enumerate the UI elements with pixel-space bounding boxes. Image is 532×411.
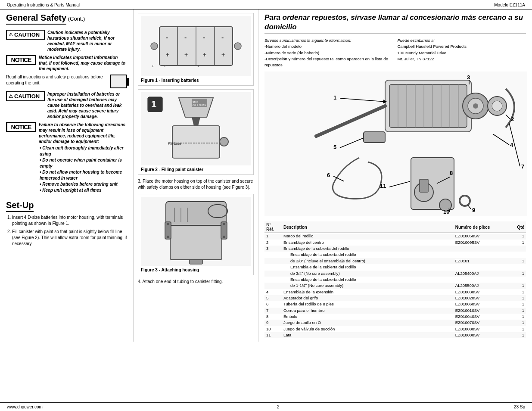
svg-text:+: +	[184, 51, 188, 58]
notice2-text: Failure to observe the following directi…	[39, 122, 127, 144]
setup-step-1: Insert 4 D-size batteries into motor hou…	[12, 215, 127, 227]
table-row: de 1-1/4" (No core assembly)AL205500AJ1	[264, 283, 526, 289]
notice1-text: Notice indicates important information t…	[39, 55, 127, 72]
figure1-svg: - - - - + + + + + + +	[146, 18, 246, 74]
part-num	[264, 264, 282, 270]
info-item-2: -Descripción y número del repuesto tal c…	[264, 56, 388, 67]
part-desc: Ensamblaje de la cubierta del rodillo	[282, 252, 454, 258]
svg-rect-58	[364, 132, 385, 143]
notice-bullet-list: Clean unit thoroughly immediately after …	[39, 145, 127, 193]
bullet-item: Keep unit upright at all times	[40, 187, 127, 193]
figure2-caption: Figure 2 - Filling paint canister	[141, 167, 251, 172]
part-qty	[509, 252, 526, 258]
part-number: EZ010050SV	[454, 233, 509, 240]
bullet-item: Do not operate when paint container is e…	[40, 157, 127, 169]
figure1-caption: Figure 1 - Inserting batteries	[141, 78, 251, 83]
right-column: Para ordenar repuestos, sírvase llamar a…	[258, 9, 532, 342]
footer-left: www.chpower.com	[7, 405, 43, 409]
caution1-label: ⚠ CAUTION	[6, 30, 45, 40]
part-number: EZ010095SV	[454, 240, 509, 246]
part-number	[454, 252, 509, 258]
part-num: 8	[264, 314, 282, 320]
parts-table: N°Réf. Description Numéro de pièce Qté 1…	[264, 221, 526, 338]
svg-text:3: 3	[467, 74, 470, 81]
table-row: 7Correa para el hombroEZ010010SV1	[264, 308, 526, 314]
part-desc: Juego de válvula de succión	[282, 326, 454, 332]
part-num: 7	[264, 308, 282, 314]
parts-table-body: 1Marco del rodilloEZ010050SV12Ensamblaje…	[264, 233, 526, 338]
svg-text:1: 1	[151, 99, 156, 109]
part-number: EZ010040SV	[454, 314, 509, 320]
svg-text:Fill Line: Fill Line	[168, 141, 181, 146]
battery-icon	[110, 75, 127, 88]
svg-text:USE & CLEAN: USE & CLEAN	[192, 104, 206, 106]
part-number	[454, 246, 509, 252]
svg-point-13	[234, 43, 241, 50]
table-row: 5Adaptador del grifoEZ010020SV1	[264, 295, 526, 301]
part-number: EZ010020SV	[454, 295, 509, 301]
part-qty: 1	[509, 258, 526, 264]
table-row: 9Juego de anillo en OEZ010070SV1	[264, 320, 526, 326]
svg-text:1: 1	[333, 94, 336, 101]
page-header: Operating Instructions & Parts Manual Mo…	[0, 0, 532, 9]
part-desc: Juego de anillo en O	[282, 320, 454, 326]
table-row: 1Marco del rodilloEZ010050SV1	[264, 233, 526, 240]
figure1-image: - - - - + + + + + + +	[141, 16, 251, 76]
notice2-box: NOTICE Failure to observe the following …	[6, 122, 127, 193]
svg-rect-61	[420, 179, 428, 192]
caution2-triangle-icon: ⚠	[9, 93, 13, 99]
part-desc: Ensamblaje de la cubierta del rodillo	[282, 246, 454, 252]
svg-text:2: 2	[511, 116, 514, 122]
part-number: EZ010000SV	[454, 332, 509, 338]
info-left-label: Sírvase suministrarnos la siguiente info…	[264, 38, 352, 43]
svg-point-12	[151, 43, 158, 50]
figure3-image	[141, 197, 251, 266]
svg-text:-: -	[184, 34, 187, 41]
caution-triangle-icon: ⚠	[9, 32, 13, 37]
footer-right: 23 Sp	[514, 405, 525, 409]
parts-diagram-svg: 1 2 3 4 5 6 7	[264, 72, 527, 216]
part-desc: Marco del rodillo	[282, 233, 454, 240]
part-num: 9	[264, 320, 282, 326]
svg-rect-43	[389, 84, 467, 128]
part-qty: 1	[509, 320, 526, 326]
part-number: EZ0101	[454, 258, 509, 264]
svg-text:-: -	[166, 34, 168, 41]
part-num	[264, 283, 282, 289]
part-num: 11	[264, 332, 282, 338]
part-qty: 1	[509, 271, 526, 277]
part-num	[264, 258, 282, 264]
part-number	[454, 264, 509, 270]
read-block: Read all instructions and safety precaut…	[6, 74, 127, 89]
middle-column: - - - - + + + + + + + F	[134, 9, 258, 342]
step3-text: 3. Place the motor housing on top of the…	[138, 178, 254, 190]
section1-title: General Safety	[6, 13, 66, 25]
svg-text:+: +	[197, 64, 199, 68]
table-row: 4Ensamblaje de la extensiónEZ010030SV1	[264, 289, 526, 295]
part-desc: Ensamblaje de la cubierta del rodillo	[282, 277, 454, 283]
part-qty: 1	[509, 233, 526, 240]
svg-text:11: 11	[380, 183, 386, 189]
part-num: 6	[264, 301, 282, 307]
part-desc: Lata	[282, 332, 454, 338]
part-number: AL205400AJ	[454, 271, 509, 277]
svg-rect-33	[170, 225, 222, 260]
setup-list: Insert 4 D-size batteries into motor hou…	[6, 215, 127, 247]
caution2-box: ⚠ CAUTION Improper installation of batte…	[6, 91, 127, 119]
part-number: EZ010010SV	[454, 308, 509, 314]
section1-cont: (Cont.)	[66, 16, 85, 22]
setup-step-2: Fill canister with paint so that paint i…	[12, 229, 127, 247]
svg-marker-23	[192, 117, 200, 126]
read-text: Read all instructions and safety precaut…	[6, 74, 106, 86]
part-num: 2	[264, 240, 282, 246]
svg-text:STEP: STEP	[193, 101, 199, 103]
part-desc: Tubería del rodillo de 8 pies	[282, 301, 454, 307]
caution2-label: ⚠ CAUTION	[6, 91, 45, 101]
part-qty: 1	[509, 301, 526, 307]
part-num: 4	[264, 289, 282, 295]
part-desc: Ensamblaje de la cubierta del rodillo	[282, 264, 454, 270]
svg-text:+: +	[166, 51, 169, 58]
part-qty: 1	[509, 240, 526, 246]
table-row: de 3/4" (No core assembly)AL205400AJ1	[264, 271, 526, 277]
part-number: EZ010060SV	[454, 301, 509, 307]
